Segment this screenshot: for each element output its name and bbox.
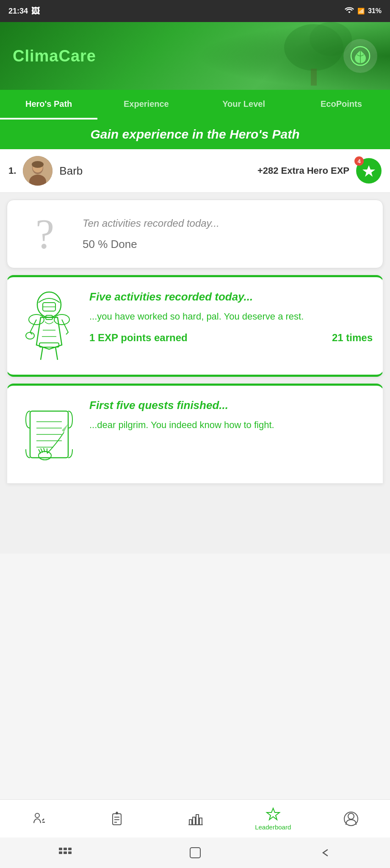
nav-leaderboard-label: Leaderboard — [255, 823, 291, 831]
quest-desc-2: ...dear pilgrim. You indeed know how to … — [89, 418, 373, 432]
quest-stats-1: 1 EXP points earned 21 times — [89, 332, 373, 344]
battery-display: 31% — [368, 7, 382, 15]
svg-rect-39 — [59, 851, 62, 854]
bottom-nav: Leaderboard — [0, 799, 390, 837]
status-bar-left: 21:34 🖼 — [8, 6, 40, 16]
mystery-text: Ten activities recorded today... 50 % Do… — [83, 217, 373, 251]
main-content: 1. Barb +282 Extra Hero EXP 4 ? Ten acti… — [0, 149, 390, 554]
status-bar-right: 📶 31% — [345, 7, 382, 15]
user-row: 1. Barb +282 Extra Hero EXP 4 — [0, 149, 390, 193]
quest-inner-2: First five quests finished... ...dear pi… — [17, 398, 373, 470]
user-exp: +282 Extra Hero EXP — [257, 165, 349, 176]
trophy-icon — [266, 807, 281, 822]
quest-card-2: First five quests finished... ...dear pi… — [7, 384, 383, 484]
svg-rect-42 — [190, 848, 200, 858]
hero-banner: Gain experience in the Hero's Path — [0, 120, 390, 149]
stats-icon — [188, 811, 203, 826]
quest-image-1 — [17, 290, 81, 362]
tab-your-level[interactable]: Your Level — [195, 90, 293, 120]
user-name: Barb — [59, 164, 257, 178]
tab-heros-path[interactable]: Hero's Path — [0, 90, 97, 120]
sys-home-btn[interactable] — [187, 844, 204, 861]
quest-inner-1: Five activities recorded today... ...you… — [17, 290, 373, 362]
svg-rect-32 — [199, 818, 202, 825]
app-header: ClimaCare — [0, 22, 390, 90]
tab-ecopoints[interactable]: EcoPoints — [293, 90, 390, 120]
signal-icon: 📶 — [357, 8, 365, 14]
quest-desc-1: ...you have worked so hard, pal. You des… — [89, 309, 373, 323]
svg-rect-30 — [193, 817, 195, 825]
activities-icon — [31, 811, 47, 826]
nav-stats[interactable] — [156, 800, 234, 837]
quest-title-1: Five activities recorded today... — [89, 290, 373, 304]
svg-point-24 — [35, 813, 39, 818]
nav-profile[interactable] — [312, 800, 390, 837]
app-logo: ClimaCare — [13, 47, 96, 65]
svg-point-8 — [32, 161, 44, 168]
wifi-icon — [345, 7, 354, 15]
time-display: 21:34 — [8, 7, 28, 16]
quest-details-1: Five activities recorded today... ...you… — [89, 290, 373, 344]
profile-icon — [343, 811, 359, 826]
mystery-symbol: ? — [17, 213, 72, 255]
sys-back-btn[interactable] — [317, 844, 334, 861]
svg-point-9 — [37, 292, 61, 317]
quest-title-2: First five quests finished... — [89, 398, 373, 413]
tab-experience[interactable]: Experience — [97, 90, 195, 120]
mystery-card: ? Ten activities recorded today... 50 % … — [7, 200, 383, 268]
nav-activities[interactable] — [0, 800, 78, 837]
nav-tabs: Hero's Path Experience Your Level EcoPoi… — [0, 90, 390, 120]
quest-times-1: 21 times — [332, 332, 373, 344]
trophy-badge: 4 — [356, 158, 382, 184]
nav-leaderboard[interactable]: Leaderboard — [234, 800, 312, 837]
mystery-done: 50 % Done — [83, 238, 373, 251]
quest-image-2 — [17, 398, 81, 470]
svg-rect-40 — [64, 851, 67, 854]
svg-rect-29 — [189, 820, 192, 825]
avatar — [23, 156, 53, 186]
notification-icon: 🖼 — [31, 6, 40, 16]
mystery-title: Ten activities recorded today... — [83, 217, 373, 229]
svg-point-14 — [26, 332, 34, 339]
quests-icon — [109, 811, 124, 826]
svg-rect-37 — [64, 848, 67, 850]
sys-menu-btn[interactable] — [57, 844, 74, 861]
nav-quests[interactable] — [78, 800, 156, 837]
status-bar: 21:34 🖼 📶 31% — [0, 0, 390, 22]
trophy-number: 4 — [354, 156, 364, 166]
banner-text: Gain experience in the Hero's Path — [91, 127, 300, 141]
quest-details-2: First five quests finished... ...dear pi… — [89, 398, 373, 440]
svg-rect-41 — [68, 851, 72, 854]
svg-rect-2 — [311, 69, 317, 86]
system-nav — [0, 837, 390, 868]
quest-exp-1: 1 EXP points earned — [89, 332, 188, 344]
svg-rect-36 — [59, 848, 62, 850]
svg-point-34 — [348, 813, 354, 819]
quest-card-1: Five activities recorded today... ...you… — [7, 275, 383, 377]
svg-rect-31 — [196, 815, 199, 825]
user-rank: 1. — [8, 165, 16, 176]
app-icon — [343, 39, 377, 73]
svg-rect-38 — [68, 848, 72, 850]
